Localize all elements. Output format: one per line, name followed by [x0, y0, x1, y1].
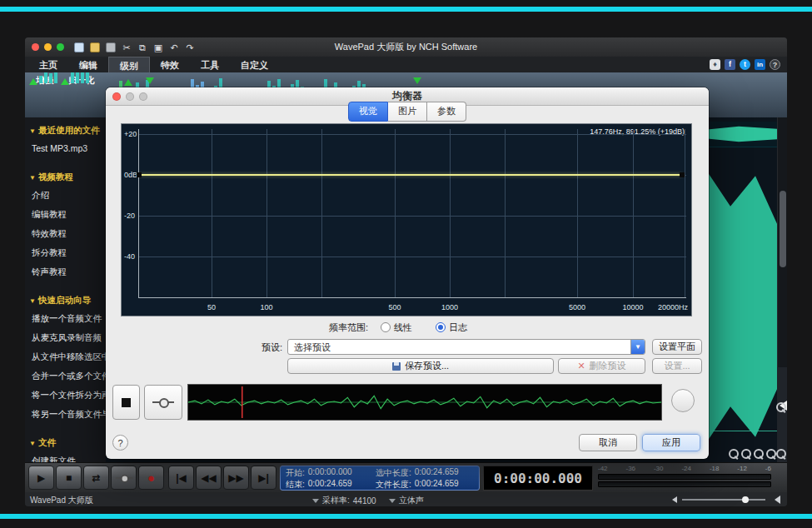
- eq-handle-right[interactable]: [680, 172, 685, 177]
- top-accent-strip: [0, 7, 812, 12]
- tab-edit[interactable]: 编辑: [68, 57, 108, 72]
- paste-icon[interactable]: ▣: [153, 42, 163, 52]
- preview-play-button[interactable]: [144, 385, 182, 420]
- tab-graphic[interactable]: 图片: [388, 102, 427, 122]
- like-icon[interactable]: ♦: [710, 59, 720, 70]
- tab-tools[interactable]: 工具: [190, 57, 230, 72]
- sidebar-item-new-file[interactable]: 创建新文件: [25, 451, 106, 462]
- sidebar-item-remove-selection[interactable]: 从文件中移除选区中: [25, 346, 106, 366]
- zoom-selection-icon[interactable]: [754, 449, 763, 458]
- sidebar-item-intro[interactable]: 介绍: [25, 185, 106, 204]
- sample-rate-value[interactable]: 44100: [353, 496, 376, 506]
- stop-button[interactable]: ■: [56, 466, 82, 490]
- zoom-in-icon[interactable]: [729, 449, 738, 458]
- eq-graph[interactable]: 147.76Hz, 891.25% (+19dB) +20 0dB -20: [121, 123, 692, 316]
- redo-icon[interactable]: ↷: [185, 42, 195, 52]
- minimize-window-button[interactable]: [44, 43, 52, 51]
- sidebar: ▼最近使用的文件 Test MP3.mp3 ▼视频教程 介绍 编辑教程 特效教程…: [25, 117, 106, 462]
- sidebar-item-edit-tutorial[interactable]: 编辑教程: [25, 204, 106, 223]
- chevron-down-icon[interactable]: [389, 499, 396, 506]
- sample-rate-label[interactable]: 采样率:: [322, 495, 350, 506]
- zoom-full-icon[interactable]: [766, 449, 775, 458]
- help-info-icon[interactable]: ?: [770, 59, 780, 70]
- preview-loop-button[interactable]: [671, 389, 695, 412]
- copy-icon[interactable]: ⧉: [137, 42, 147, 52]
- sidebar-item-split-tutorial[interactable]: 拆分教程: [25, 242, 106, 262]
- tab-parametric[interactable]: 参数: [427, 102, 466, 122]
- scrollbar-thumb[interactable]: [780, 191, 786, 267]
- collapse-arrow-icon: ▼: [29, 297, 36, 305]
- tab-customize[interactable]: 自定义: [230, 57, 279, 72]
- preview-dial-icon: [152, 397, 174, 407]
- sidebar-section-file[interactable]: ▼文件: [25, 433, 106, 451]
- zoom-window-button[interactable]: [57, 43, 64, 51]
- radio-linear[interactable]: 线性: [381, 321, 412, 334]
- x-axis: [138, 297, 686, 298]
- go-to-end-button[interactable]: ▶|: [251, 466, 276, 490]
- play-button[interactable]: ▶: [28, 466, 54, 490]
- eq-handle-left[interactable]: [137, 172, 142, 177]
- tab-visual[interactable]: 视觉: [348, 102, 388, 122]
- sidebar-section-tutorials[interactable]: ▼视频教程: [25, 167, 106, 185]
- scrub-button[interactable]: [111, 466, 137, 490]
- go-to-start-button[interactable]: |◀: [168, 466, 194, 490]
- volume-slider-handle[interactable]: [742, 496, 749, 503]
- linkedin-icon[interactable]: in: [755, 59, 765, 70]
- x-tick: 10000: [622, 303, 643, 311]
- tab-home[interactable]: 主页: [28, 57, 68, 72]
- channel-mode[interactable]: 立体声: [399, 495, 424, 506]
- sidebar-item-play-audio[interactable]: 播放一个音频文件: [25, 308, 106, 327]
- facebook-icon[interactable]: f: [725, 59, 735, 70]
- sidebar-item-record-mic[interactable]: 从麦克风录制音频: [25, 327, 106, 346]
- twitter-icon[interactable]: t: [740, 59, 750, 70]
- apply-button[interactable]: 应用: [642, 434, 700, 451]
- chevron-down-icon[interactable]: [312, 499, 319, 506]
- new-file-icon[interactable]: [74, 42, 84, 52]
- sidebar-item-mix-file[interactable]: 将另一个音频文件与: [25, 404, 106, 423]
- frequency-range-row: 频率范围: 线性 日志: [106, 321, 709, 335]
- preset-dropdown[interactable]: 选择预设 ▼: [287, 339, 645, 355]
- save-preset-button[interactable]: 保存预设...: [287, 358, 554, 374]
- dropdown-arrow-icon[interactable]: ▼: [630, 340, 645, 354]
- open-file-icon[interactable]: [90, 42, 100, 52]
- sidebar-section-quickstart[interactable]: ▼快速启动向导: [25, 291, 106, 308]
- normalize-button[interactable]: 归一化: [63, 75, 100, 87]
- undo-icon[interactable]: ↶: [169, 42, 179, 52]
- sidebar-item-recent-file[interactable]: Test MP3.mp3: [25, 138, 106, 157]
- tab-effects[interactable]: 特效: [150, 57, 190, 72]
- tab-levels[interactable]: 级别: [108, 57, 150, 72]
- screen: ✂ ⧉ ▣ ↶ ↷ WavePad 大师版 by NCH Software 主页…: [0, 0, 812, 528]
- delete-preset-button[interactable]: ✕删除预设: [558, 358, 645, 374]
- preview-waveform[interactable]: [187, 384, 662, 421]
- zoom-in-vertical-icon[interactable]: [776, 449, 785, 458]
- sidebar-item-split-file[interactable]: 将一个文件拆分为声: [25, 385, 106, 404]
- print-icon[interactable]: [106, 42, 116, 52]
- radio-log[interactable]: 日志: [436, 321, 467, 334]
- zoom-out-icon[interactable]: [741, 449, 750, 458]
- rewind-button[interactable]: ◀◀: [196, 466, 222, 490]
- volume-slider[interactable]: [682, 499, 765, 501]
- loop-button[interactable]: ⇄: [83, 466, 109, 490]
- preset-settings-button[interactable]: 设置...: [652, 358, 702, 374]
- cancel-button[interactable]: 取消: [579, 434, 637, 451]
- vertical-scrollbar[interactable]: [777, 117, 787, 367]
- cut-icon[interactable]: ✂: [122, 42, 132, 52]
- sidebar-section-recent[interactable]: ▼最近使用的文件: [25, 121, 106, 138]
- y-tick: 0dB: [124, 171, 137, 179]
- zoom-vertical-icon[interactable]: [776, 402, 785, 411]
- dialog-help-button[interactable]: ?: [112, 435, 128, 451]
- end-label: 结束:: [286, 479, 305, 491]
- enhance-button[interactable]: 增强: [27, 75, 63, 87]
- stop-icon: [122, 398, 131, 407]
- set-flat-button[interactable]: 设置平面: [652, 339, 702, 355]
- eq-curve[interactable]: [139, 174, 682, 176]
- selection-info-panel: 开始:0:00:00.000 选中长度:0:00:24.659 结束:0:00:…: [280, 466, 480, 491]
- record-button[interactable]: ●: [138, 466, 164, 490]
- sidebar-item-ringtone-tutorial[interactable]: 铃声教程: [25, 262, 106, 281]
- sidebar-item-merge-files[interactable]: 合并一个或多个文件: [25, 366, 106, 385]
- preview-stop-button[interactable]: [112, 385, 140, 420]
- fast-forward-button[interactable]: ▶▶: [223, 466, 249, 490]
- sidebar-item-effects-tutorial[interactable]: 特效教程: [25, 223, 106, 242]
- close-window-button[interactable]: [32, 43, 39, 51]
- end-value: 0:00:24.659: [308, 479, 352, 491]
